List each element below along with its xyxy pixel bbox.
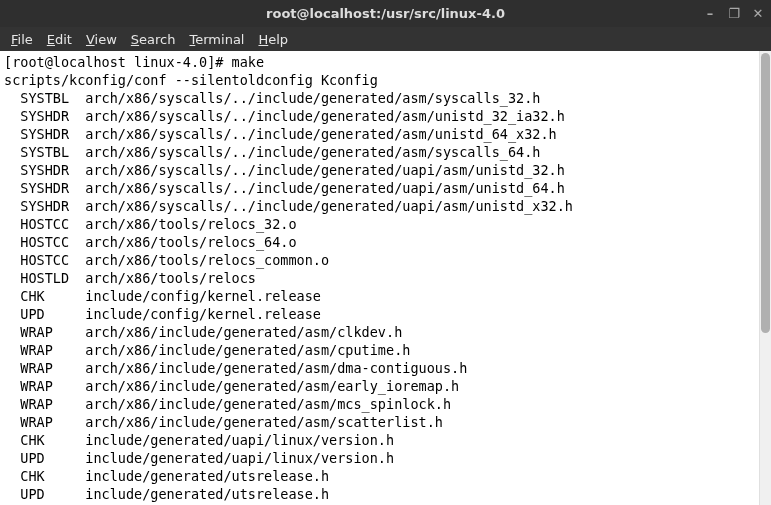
menu-search[interactable]: Search	[126, 30, 181, 49]
output-line: WRAP arch/x86/include/generated/asm/cput…	[4, 341, 755, 359]
output-line: SYSHDR arch/x86/syscalls/../include/gene…	[4, 161, 755, 179]
close-icon[interactable]: ✕	[751, 6, 765, 21]
output-line: CHK include/config/kernel.release	[4, 287, 755, 305]
minimize-icon[interactable]: –	[703, 6, 717, 21]
maximize-icon[interactable]: ❐	[727, 6, 741, 21]
output-line: UPD include/generated/utsrelease.h	[4, 485, 755, 503]
window-title: root@localhost:/usr/src/linux-4.0	[0, 6, 771, 21]
window-controls: – ❐ ✕	[703, 0, 765, 27]
output-line: WRAP arch/x86/include/generated/asm/clkd…	[4, 323, 755, 341]
output-line: SYSTBL arch/x86/syscalls/../include/gene…	[4, 89, 755, 107]
output-line: WRAP arch/x86/include/generated/asm/dma-…	[4, 359, 755, 377]
output-line: CHK include/generated/uapi/linux/version…	[4, 431, 755, 449]
output-line: SYSHDR arch/x86/syscalls/../include/gene…	[4, 197, 755, 215]
menu-terminal[interactable]: Terminal	[185, 30, 250, 49]
output-line: HOSTLD arch/x86/tools/relocs	[4, 269, 755, 287]
prompt-line: [root@localhost linux-4.0]# make	[4, 53, 755, 71]
menu-edit[interactable]: Edit	[42, 30, 77, 49]
output-line: CHK include/generated/utsrelease.h	[4, 467, 755, 485]
output-line: SYSTBL arch/x86/syscalls/../include/gene…	[4, 143, 755, 161]
menu-help[interactable]: Help	[253, 30, 293, 49]
output-line: WRAP arch/x86/include/generated/asm/earl…	[4, 377, 755, 395]
terminal-area: [root@localhost linux-4.0]# makescripts/…	[0, 51, 771, 505]
menu-bar: File Edit View Search Terminal Help	[0, 27, 771, 51]
output-line: UPD include/generated/uapi/linux/version…	[4, 449, 755, 467]
output-line: HOSTCC arch/x86/tools/relocs_common.o	[4, 251, 755, 269]
output-line: UPD include/config/kernel.release	[4, 305, 755, 323]
output-line: SYSHDR arch/x86/syscalls/../include/gene…	[4, 125, 755, 143]
output-line: SYSHDR arch/x86/syscalls/../include/gene…	[4, 107, 755, 125]
scrollbar[interactable]	[759, 51, 771, 505]
output-line: SYSHDR arch/x86/syscalls/../include/gene…	[4, 179, 755, 197]
terminal-output[interactable]: [root@localhost linux-4.0]# makescripts/…	[0, 51, 759, 505]
output-line: WRAP arch/x86/include/generated/asm/scat…	[4, 413, 755, 431]
title-bar: root@localhost:/usr/src/linux-4.0 – ❐ ✕	[0, 0, 771, 27]
output-line: HOSTCC arch/x86/tools/relocs_32.o	[4, 215, 755, 233]
menu-file[interactable]: File	[6, 30, 38, 49]
menu-view[interactable]: View	[81, 30, 122, 49]
output-line: WRAP arch/x86/include/generated/asm/mcs_…	[4, 395, 755, 413]
output-line: scripts/kconfig/conf --silentoldconfig K…	[4, 71, 755, 89]
scrollbar-thumb[interactable]	[761, 53, 770, 333]
output-line: HOSTCC arch/x86/tools/relocs_64.o	[4, 233, 755, 251]
